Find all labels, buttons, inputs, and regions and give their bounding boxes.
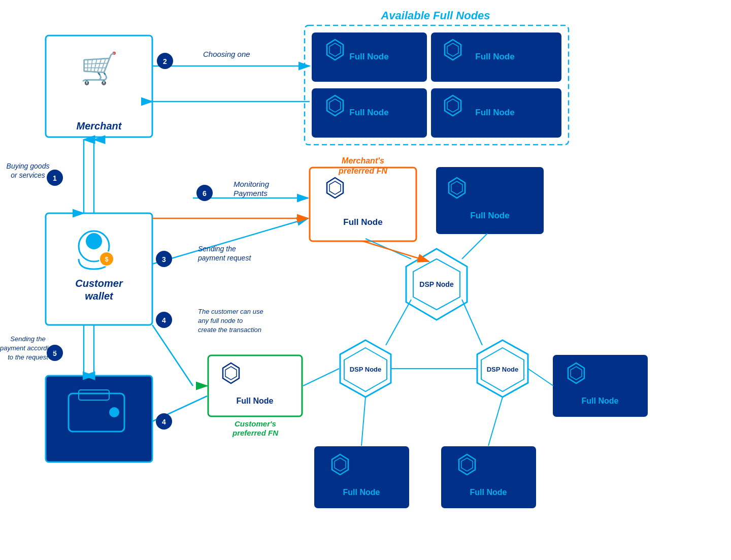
step6-text-2: Payments <box>234 189 268 197</box>
customer-pref-fn-title-2: preferred FN <box>232 429 279 437</box>
fn-bottom-left-label: Full Node <box>343 488 380 497</box>
customer-pref-fn-title-1: Customer's <box>235 419 276 428</box>
svg-point-15 <box>86 233 102 249</box>
fn-bottom-left <box>315 447 409 508</box>
step3-text-2: payment request <box>197 254 251 262</box>
fn-right-label: Full Node <box>470 211 509 220</box>
dsp-node-right-label: DSP Node <box>487 366 519 373</box>
step1-num: 1 <box>53 174 57 182</box>
conn-left-bottom <box>361 397 366 446</box>
customer-preferred-fn-box <box>208 355 302 416</box>
step6-num: 6 <box>203 189 207 197</box>
customer-pref-fn-label: Full Node <box>237 397 274 405</box>
dsp-node-center-label: DSP Node <box>419 280 454 288</box>
svg-text:$: $ <box>105 256 109 263</box>
fn-label-1: Full Node <box>349 52 388 61</box>
svg-point-20 <box>109 407 119 417</box>
step4-num-bottom: 4 <box>162 418 166 426</box>
step4-text-2: any full node to <box>198 317 243 324</box>
step4-num-top: 4 <box>162 316 166 324</box>
fn-far-right-label: Full Node <box>582 397 619 405</box>
fn-label-2: Full Node <box>475 52 514 61</box>
merchant-pref-fn-title-1: Merchant's <box>342 156 384 165</box>
conn-merchant-fn-dsp <box>363 241 429 261</box>
step5-text-3: to the request <box>8 353 49 361</box>
customer-wallet-label-1: Customer <box>75 278 123 289</box>
step6-text-1: Monitoring <box>234 180 270 188</box>
step4-text-1: The customer can use <box>198 308 263 315</box>
step3-num: 3 <box>162 255 166 263</box>
customer-wallet-label-2: wallet <box>85 290 114 302</box>
step2-label: Choosing one <box>203 50 250 58</box>
fn-label-3: Full Node <box>349 108 388 117</box>
step1-text-2: or services <box>11 171 45 179</box>
dsp-node-left-label: DSP Node <box>350 366 382 373</box>
conn-center-left <box>386 300 411 345</box>
conn-customer-fn-dsp <box>303 369 339 386</box>
available-full-nodes-title: Available Full Nodes <box>380 9 490 22</box>
merchant-icon: 🛒 <box>80 50 118 86</box>
conn-right-bottom <box>488 397 503 446</box>
step4-line <box>152 325 193 386</box>
step3-text-1: Sending the <box>198 245 236 253</box>
fn-box-right <box>437 168 543 234</box>
merchant-pref-fn-title-2: preferred FN <box>338 167 387 175</box>
merchant-pref-fn-label: Full Node <box>343 217 382 227</box>
step2-num: 2 <box>163 57 167 65</box>
step1-text-1: Buying goods <box>7 162 50 170</box>
conn-center-right <box>462 300 482 345</box>
conn-dsp-fn2 <box>462 234 487 259</box>
merchant-label: Merchant <box>77 120 122 131</box>
fn-label-4: Full Node <box>475 108 514 117</box>
conn-dsp-right-fn <box>528 369 553 386</box>
blockchain-wallet-box <box>46 376 152 462</box>
fn-bottom-right <box>442 447 536 508</box>
fn-bottom-right-label: Full Node <box>470 488 507 497</box>
step4-text-3: create the transaction <box>198 326 261 334</box>
step5-text-1: Sending the <box>10 335 45 343</box>
fn-far-right <box>553 355 647 416</box>
merchant-preferred-fn-box <box>310 168 416 241</box>
step5-text-2: payment according <box>0 344 56 352</box>
